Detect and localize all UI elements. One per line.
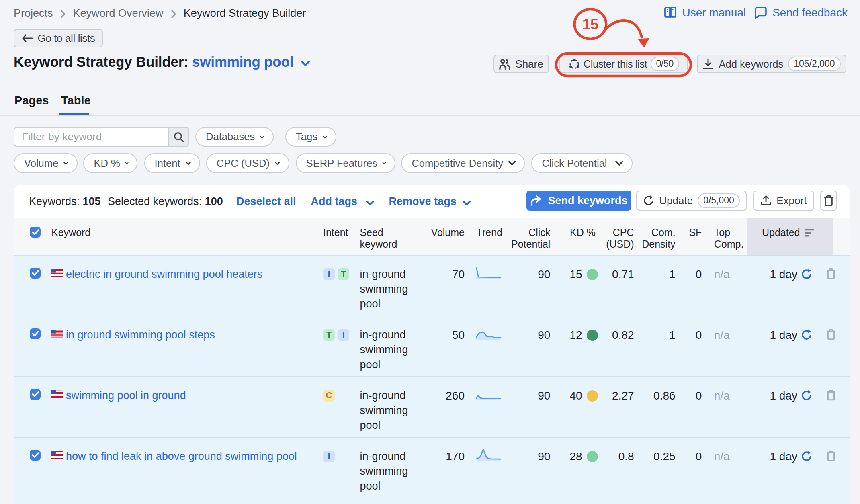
svg-text:15: 15 xyxy=(582,16,598,33)
